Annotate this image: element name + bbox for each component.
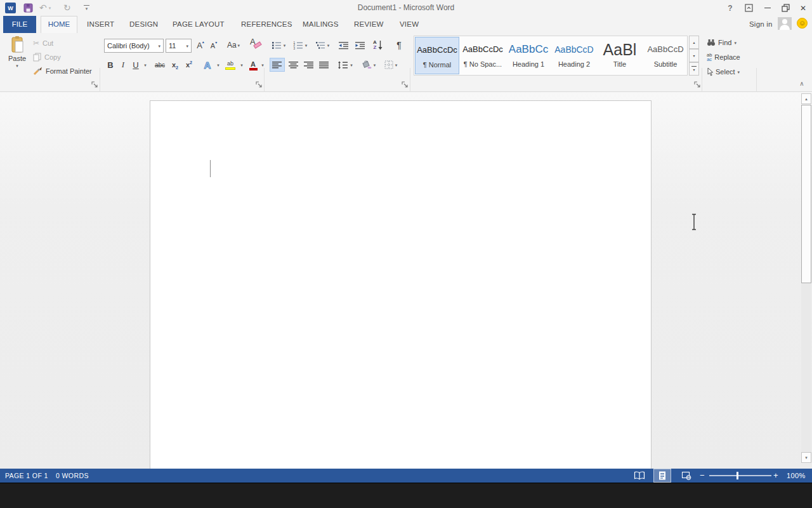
sort-arrow-icon [378, 40, 383, 50]
change-case-button[interactable]: Aa ▾ [223, 38, 244, 52]
bullets-button[interactable]: ▾ [269, 38, 288, 52]
cut-label: Cut [43, 39, 53, 47]
format-painter-button[interactable]: Format Painter [33, 65, 92, 77]
numbering-button[interactable]: 1 2 3 ▾ [290, 38, 310, 52]
grow-font-button[interactable]: A ▴ [194, 38, 207, 52]
styles-scroll-up-button[interactable]: ▴ [689, 36, 699, 49]
read-mode-button[interactable] [631, 469, 648, 483]
styles-dialog-launcher[interactable] [694, 81, 701, 90]
text-effects-dropdown[interactable]: ▾ [214, 58, 222, 72]
shrink-font-button[interactable]: A ▾ [208, 39, 219, 52]
help-button[interactable]: ? [724, 0, 737, 16]
borders-dropdown-icon[interactable]: ▾ [395, 63, 398, 67]
word-count-status[interactable]: 0 WORDS [56, 469, 89, 483]
tab-view[interactable]: VIEW [400, 16, 419, 33]
subscript-button[interactable]: x 2 [169, 58, 181, 72]
line-spacing-button[interactable]: ▾ [335, 58, 355, 72]
print-layout-button[interactable] [653, 469, 671, 483]
clipboard-dialog-launcher[interactable] [91, 81, 98, 90]
font-name-combobox[interactable]: Calibri (Body) ▾ [104, 39, 164, 53]
underline-dropdown[interactable]: ▾ [141, 58, 149, 72]
replace-button[interactable]: ab ac Replace [707, 51, 740, 63]
font-dialog-launcher[interactable] [256, 81, 263, 90]
font-color-dropdown[interactable]: ▾ [259, 58, 266, 72]
title-bar: W ↶ ▾ ↻ ▾ Document1 - Microsoft Word ? [0, 0, 812, 16]
scrollbar-thumb[interactable] [801, 105, 811, 283]
tab-review[interactable]: REVIEW [354, 16, 384, 33]
paste-dropdown-icon[interactable]: ▾ [16, 64, 18, 68]
tab-references[interactable]: REFERENCES [241, 16, 292, 33]
shading-dropdown-icon[interactable]: ▾ [374, 63, 376, 67]
numbering-dropdown-icon[interactable]: ▾ [305, 43, 308, 48]
align-right-icon [303, 61, 315, 69]
zoom-in-button[interactable]: + [773, 469, 778, 483]
copy-button[interactable]: Copy [33, 51, 61, 63]
align-center-button[interactable] [287, 58, 301, 72]
styles-scroll-down-button[interactable]: ▾ [689, 49, 699, 62]
zoom-level-value[interactable]: 100% [787, 469, 806, 483]
shading-button[interactable]: ▾ [359, 58, 378, 72]
align-left-button[interactable] [270, 58, 285, 72]
collapse-ribbon-button[interactable]: ∧ [796, 77, 808, 89]
document-page[interactable] [150, 100, 652, 469]
feedback-smiley-button[interactable]: ☺ [797, 18, 808, 29]
select-button[interactable]: Select ▾ [707, 66, 740, 77]
scrollbar-track[interactable] [801, 283, 811, 452]
increase-indent-button[interactable] [353, 38, 367, 52]
tab-insert[interactable]: INSERT [87, 16, 114, 33]
user-avatar[interactable] [778, 17, 792, 30]
minimize-button[interactable] [761, 0, 775, 16]
tab-page-layout[interactable]: PAGE LAYOUT [173, 16, 225, 33]
style-heading2[interactable]: AaBbCcD Heading 2 [552, 37, 596, 74]
tab-file[interactable]: FILE [3, 16, 36, 33]
highlight-dropdown[interactable]: ▾ [238, 58, 246, 72]
find-button[interactable]: Find ▾ [707, 37, 737, 48]
sign-in-link[interactable]: Sign in [749, 16, 773, 33]
tab-home[interactable]: HOME [41, 16, 77, 33]
web-layout-button[interactable] [678, 469, 695, 483]
show-hide-pilcrow-button[interactable]: ¶ [392, 38, 406, 52]
text-effects-button[interactable]: A [200, 58, 214, 72]
scrollbar-up-button[interactable]: ▴ [801, 93, 811, 104]
page-count-status[interactable]: PAGE 1 OF 1 [5, 469, 48, 483]
align-right-button[interactable] [302, 58, 316, 72]
style-title[interactable]: AaBl Title [598, 37, 642, 74]
paste-label: Paste [8, 55, 26, 62]
zoom-slider-thumb[interactable] [737, 472, 738, 479]
strikethrough-button[interactable]: abc [152, 58, 168, 72]
highlight-button[interactable]: ab [223, 59, 237, 72]
clear-formatting-button[interactable]: A [249, 37, 264, 52]
restore-button[interactable] [778, 0, 793, 16]
ribbon-display-options-button[interactable] [742, 0, 755, 16]
document-area[interactable]: ▴ ▾ [0, 92, 812, 469]
decrease-indent-button[interactable] [336, 38, 350, 52]
zoom-out-button[interactable]: − [700, 469, 705, 483]
zoom-slider-track[interactable] [709, 475, 771, 476]
styles-more-button[interactable]: ▾ [689, 62, 699, 76]
font-size-combobox[interactable]: 11 ▾ [166, 39, 192, 53]
line-spacing-dropdown-icon[interactable]: ▾ [350, 63, 353, 67]
style-no-spacing[interactable]: AaBbCcDc ¶ No Spac... [461, 37, 505, 74]
style-normal[interactable]: AaBbCcDc ¶ Normal [415, 37, 459, 74]
sort-button[interactable]: A Z [373, 37, 383, 53]
paragraph-dialog-launcher[interactable] [402, 81, 409, 90]
multilevel-list-button[interactable]: ▾ [312, 38, 332, 52]
borders-button[interactable]: ▾ [381, 58, 401, 72]
highlight-dropdown-icon: ▾ [240, 63, 243, 67]
close-button[interactable]: ✕ [796, 0, 811, 16]
superscript-button[interactable]: x 2 [183, 58, 195, 72]
underline-button[interactable]: U [130, 58, 141, 72]
justify-button[interactable] [317, 58, 331, 72]
tab-mailings[interactable]: MAILINGS [303, 16, 339, 33]
paste-button[interactable]: Paste ▾ [4, 36, 30, 79]
cut-button[interactable]: ✂ Cut [33, 37, 53, 49]
scrollbar-down-button[interactable]: ▾ [801, 452, 811, 463]
style-heading1[interactable]: AaBbCc Heading 1 [506, 37, 551, 74]
multilevel-dropdown-icon[interactable]: ▾ [327, 43, 330, 48]
font-color-button[interactable]: A [247, 59, 259, 72]
italic-button[interactable]: I [118, 58, 128, 72]
bullets-dropdown-icon[interactable]: ▾ [284, 43, 286, 48]
tab-design[interactable]: DESIGN [129, 16, 158, 33]
bold-button[interactable]: B [105, 58, 116, 72]
style-subtitle[interactable]: AaBbCcD Subtitle [643, 37, 688, 74]
